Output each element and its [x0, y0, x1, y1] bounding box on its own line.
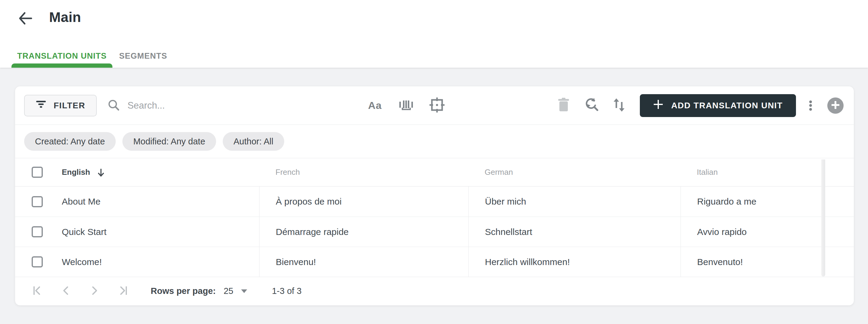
- whole-words-button[interactable]: [399, 97, 413, 115]
- selection-frame-button[interactable]: [430, 97, 444, 115]
- previous-page-button[interactable]: [59, 284, 73, 298]
- table-vertical-scrollbar[interactable]: [821, 159, 825, 277]
- add-translation-unit-button[interactable]: ADD TRANSLATION UNIT: [640, 94, 796, 117]
- back-arrow-icon: [18, 10, 33, 27]
- back-button[interactable]: [16, 9, 35, 28]
- tab-label: TRANSLATION UNITS: [17, 51, 107, 61]
- filter-button-label: FILTER: [54, 101, 85, 110]
- first-page-button[interactable]: [31, 284, 44, 298]
- cell-french[interactable]: Bienvenu!: [259, 247, 468, 277]
- cell-italian[interactable]: Benvenuto!: [681, 247, 821, 277]
- whole-words-icon: [398, 98, 413, 113]
- filter-button[interactable]: FILTER: [24, 95, 97, 116]
- refresh-search-button[interactable]: [584, 97, 598, 115]
- cell-german[interactable]: Schnellstart: [468, 217, 681, 247]
- select-all-checkbox[interactable]: [32, 167, 43, 178]
- column-header-label: German: [485, 168, 513, 177]
- cell-english[interactable]: Welcome!: [62, 247, 259, 277]
- search-option-icons: Aa: [368, 97, 444, 115]
- page-title: Main: [49, 9, 81, 25]
- column-header-french[interactable]: French: [259, 158, 468, 186]
- chip-label: Modified: Any date: [133, 137, 205, 146]
- table-row[interactable]: Quick Start Démarrage rapide Schnellstar…: [15, 217, 854, 247]
- pagination-bar: Rows per page: 25 1-3 of 3: [15, 277, 854, 305]
- first-page-icon: [32, 285, 43, 297]
- toolbar: FILTER Aa: [15, 86, 854, 125]
- active-tab-indicator: [11, 64, 113, 68]
- add-circle-button[interactable]: [827, 98, 844, 114]
- vertical-ellipsis-icon: [809, 99, 812, 112]
- sort-descending-icon: [97, 168, 105, 177]
- chip-label: Author: All: [234, 137, 273, 146]
- filter-chip-created[interactable]: Created: Any date: [24, 132, 116, 151]
- next-page-icon: [89, 285, 100, 297]
- cell-german[interactable]: Herzlich willkommen!: [468, 247, 681, 277]
- sort-arrows-icon: [612, 98, 626, 113]
- column-header-english[interactable]: English: [62, 158, 259, 186]
- search-box: [107, 98, 357, 113]
- pagination-range: 1-3 of 3: [272, 286, 301, 296]
- rows-per-page-select[interactable]: 25: [224, 286, 233, 296]
- cell-english[interactable]: About Me: [62, 186, 259, 217]
- cell-french[interactable]: Démarrage rapide: [259, 217, 468, 247]
- add-button-label: ADD TRANSLATION UNIT: [671, 101, 783, 110]
- match-case-button[interactable]: Aa: [368, 97, 382, 115]
- next-page-button[interactable]: [87, 284, 101, 298]
- cell-italian[interactable]: Riguardo a me: [681, 186, 821, 217]
- match-case-icon: Aa: [368, 100, 381, 111]
- table-row[interactable]: About Me À propos de moi Über mich Rigua…: [15, 186, 854, 217]
- tab-bar: TRANSLATION UNITS SEGMENTS: [11, 44, 174, 68]
- tab-segments[interactable]: SEGMENTS: [113, 44, 174, 68]
- cell-german[interactable]: Über mich: [468, 186, 681, 217]
- more-options-button[interactable]: [803, 97, 818, 115]
- filter-chips-row: Created: Any date Modified: Any date Aut…: [15, 125, 854, 158]
- filter-chip-author[interactable]: Author: All: [223, 132, 284, 151]
- page-content: FILTER Aa: [0, 68, 868, 324]
- trash-icon: [557, 98, 570, 113]
- plus-circle-icon: [831, 101, 840, 110]
- cell-english[interactable]: Quick Start: [62, 217, 259, 247]
- plus-icon: [653, 99, 663, 112]
- last-page-icon: [117, 285, 128, 297]
- column-header-label: French: [276, 168, 300, 177]
- tab-label: SEGMENTS: [119, 51, 167, 61]
- column-header-label: Italian: [697, 168, 718, 177]
- previous-page-icon: [61, 285, 71, 297]
- rows-per-page-label: Rows per page:: [151, 286, 216, 296]
- action-icons: [556, 97, 626, 115]
- filter-chip-modified[interactable]: Modified: Any date: [122, 132, 216, 151]
- column-header-german[interactable]: German: [468, 158, 681, 186]
- translation-units-card: FILTER Aa: [15, 86, 854, 305]
- search-input[interactable]: [127, 100, 357, 111]
- last-page-button[interactable]: [116, 284, 130, 298]
- row-checkbox[interactable]: [32, 256, 43, 267]
- sort-button[interactable]: [612, 97, 626, 115]
- crosshair-frame-icon: [429, 97, 445, 114]
- refresh-search-icon: [584, 98, 599, 113]
- row-checkbox[interactable]: [32, 226, 43, 237]
- rows-per-page-caret-icon[interactable]: [241, 289, 247, 293]
- table-header-row: English French German Italian: [15, 158, 854, 186]
- page-header: Main TRANSLATION UNITS SEGMENTS: [0, 0, 868, 68]
- delete-button[interactable]: [556, 97, 571, 115]
- table-row[interactable]: Welcome! Bienvenu! Herzlich willkommen! …: [15, 247, 854, 277]
- cell-italian[interactable]: Avvio rapido: [681, 217, 821, 247]
- column-header-italian[interactable]: Italian: [681, 158, 821, 186]
- chip-label: Created: Any date: [35, 137, 105, 146]
- search-icon: [107, 98, 120, 113]
- row-checkbox[interactable]: [32, 196, 43, 207]
- column-header-label: English: [62, 168, 90, 177]
- tab-translation-units[interactable]: TRANSLATION UNITS: [11, 44, 113, 68]
- cell-french[interactable]: À propos de moi: [259, 186, 468, 217]
- filter-icon: [36, 100, 46, 111]
